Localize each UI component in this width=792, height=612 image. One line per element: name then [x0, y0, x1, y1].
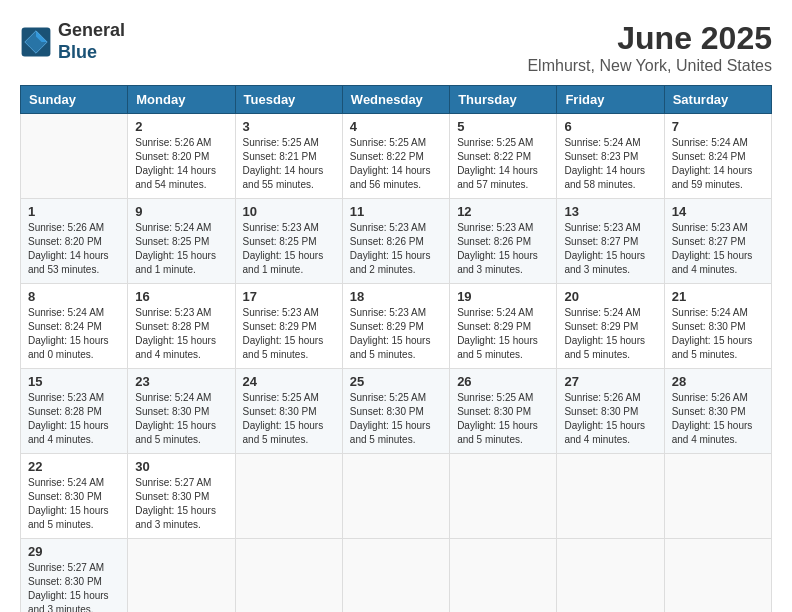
- calendar-cell: 7Sunrise: 5:24 AM Sunset: 8:24 PM Daylig…: [664, 114, 771, 199]
- calendar-cell: [128, 539, 235, 613]
- calendar-cell: 15Sunrise: 5:23 AM Sunset: 8:28 PM Dayli…: [21, 369, 128, 454]
- calendar-cell: [450, 454, 557, 539]
- calendar-cell: [557, 454, 664, 539]
- calendar-cell: [450, 539, 557, 613]
- calendar-cell: 9Sunrise: 5:24 AM Sunset: 8:25 PM Daylig…: [128, 199, 235, 284]
- calendar-cell: [664, 539, 771, 613]
- day-info: Sunrise: 5:27 AM Sunset: 8:30 PM Dayligh…: [28, 561, 120, 612]
- day-number: 11: [350, 204, 442, 219]
- day-number: 14: [672, 204, 764, 219]
- header-day-saturday: Saturday: [664, 86, 771, 114]
- day-info: Sunrise: 5:23 AM Sunset: 8:29 PM Dayligh…: [350, 306, 442, 362]
- day-info: Sunrise: 5:25 AM Sunset: 8:30 PM Dayligh…: [457, 391, 549, 447]
- logo-general: General: [58, 20, 125, 40]
- calendar-cell: 27Sunrise: 5:26 AM Sunset: 8:30 PM Dayli…: [557, 369, 664, 454]
- day-number: 7: [672, 119, 764, 134]
- week-row-1: 2Sunrise: 5:26 AM Sunset: 8:20 PM Daylig…: [21, 114, 772, 199]
- calendar-cell: 8Sunrise: 5:24 AM Sunset: 8:24 PM Daylig…: [21, 284, 128, 369]
- day-info: Sunrise: 5:24 AM Sunset: 8:30 PM Dayligh…: [672, 306, 764, 362]
- calendar-cell: 20Sunrise: 5:24 AM Sunset: 8:29 PM Dayli…: [557, 284, 664, 369]
- calendar-cell: 30Sunrise: 5:27 AM Sunset: 8:30 PM Dayli…: [128, 454, 235, 539]
- week-row-5: 22Sunrise: 5:24 AM Sunset: 8:30 PM Dayli…: [21, 454, 772, 539]
- day-number: 25: [350, 374, 442, 389]
- day-number: 2: [135, 119, 227, 134]
- calendar-cell: [21, 114, 128, 199]
- calendar-cell: 25Sunrise: 5:25 AM Sunset: 8:30 PM Dayli…: [342, 369, 449, 454]
- day-number: 6: [564, 119, 656, 134]
- day-info: Sunrise: 5:25 AM Sunset: 8:22 PM Dayligh…: [350, 136, 442, 192]
- day-info: Sunrise: 5:24 AM Sunset: 8:29 PM Dayligh…: [457, 306, 549, 362]
- day-number: 22: [28, 459, 120, 474]
- calendar-cell: 2Sunrise: 5:26 AM Sunset: 8:20 PM Daylig…: [128, 114, 235, 199]
- day-info: Sunrise: 5:25 AM Sunset: 8:21 PM Dayligh…: [243, 136, 335, 192]
- logo-blue: Blue: [58, 42, 97, 62]
- day-info: Sunrise: 5:23 AM Sunset: 8:29 PM Dayligh…: [243, 306, 335, 362]
- day-number: 18: [350, 289, 442, 304]
- day-info: Sunrise: 5:25 AM Sunset: 8:30 PM Dayligh…: [243, 391, 335, 447]
- week-row-6: 29Sunrise: 5:27 AM Sunset: 8:30 PM Dayli…: [21, 539, 772, 613]
- header-day-thursday: Thursday: [450, 86, 557, 114]
- calendar-cell: 19Sunrise: 5:24 AM Sunset: 8:29 PM Dayli…: [450, 284, 557, 369]
- calendar-cell: 6Sunrise: 5:24 AM Sunset: 8:23 PM Daylig…: [557, 114, 664, 199]
- calendar-cell: 23Sunrise: 5:24 AM Sunset: 8:30 PM Dayli…: [128, 369, 235, 454]
- day-info: Sunrise: 5:26 AM Sunset: 8:30 PM Dayligh…: [672, 391, 764, 447]
- calendar-cell: 14Sunrise: 5:23 AM Sunset: 8:27 PM Dayli…: [664, 199, 771, 284]
- day-number: 1: [28, 204, 120, 219]
- calendar-cell: [557, 539, 664, 613]
- week-row-3: 8Sunrise: 5:24 AM Sunset: 8:24 PM Daylig…: [21, 284, 772, 369]
- calendar-cell: 1Sunrise: 5:26 AM Sunset: 8:20 PM Daylig…: [21, 199, 128, 284]
- day-number: 13: [564, 204, 656, 219]
- day-info: Sunrise: 5:25 AM Sunset: 8:22 PM Dayligh…: [457, 136, 549, 192]
- day-info: Sunrise: 5:24 AM Sunset: 8:23 PM Dayligh…: [564, 136, 656, 192]
- header-day-friday: Friday: [557, 86, 664, 114]
- calendar-cell: 18Sunrise: 5:23 AM Sunset: 8:29 PM Dayli…: [342, 284, 449, 369]
- calendar-cell: 22Sunrise: 5:24 AM Sunset: 8:30 PM Dayli…: [21, 454, 128, 539]
- day-number: 15: [28, 374, 120, 389]
- week-row-4: 15Sunrise: 5:23 AM Sunset: 8:28 PM Dayli…: [21, 369, 772, 454]
- day-info: Sunrise: 5:24 AM Sunset: 8:25 PM Dayligh…: [135, 221, 227, 277]
- calendar-cell: 17Sunrise: 5:23 AM Sunset: 8:29 PM Dayli…: [235, 284, 342, 369]
- day-info: Sunrise: 5:24 AM Sunset: 8:30 PM Dayligh…: [135, 391, 227, 447]
- day-number: 5: [457, 119, 549, 134]
- day-number: 30: [135, 459, 227, 474]
- calendar-subtitle: Elmhurst, New York, United States: [527, 57, 772, 75]
- day-info: Sunrise: 5:23 AM Sunset: 8:25 PM Dayligh…: [243, 221, 335, 277]
- day-number: 4: [350, 119, 442, 134]
- calendar-cell: 11Sunrise: 5:23 AM Sunset: 8:26 PM Dayli…: [342, 199, 449, 284]
- calendar-cell: 3Sunrise: 5:25 AM Sunset: 8:21 PM Daylig…: [235, 114, 342, 199]
- header-day-monday: Monday: [128, 86, 235, 114]
- day-info: Sunrise: 5:24 AM Sunset: 8:24 PM Dayligh…: [672, 136, 764, 192]
- day-number: 20: [564, 289, 656, 304]
- day-number: 8: [28, 289, 120, 304]
- header-day-wednesday: Wednesday: [342, 86, 449, 114]
- logo: General Blue: [20, 20, 125, 63]
- day-number: 3: [243, 119, 335, 134]
- day-number: 27: [564, 374, 656, 389]
- calendar-cell: 4Sunrise: 5:25 AM Sunset: 8:22 PM Daylig…: [342, 114, 449, 199]
- calendar-cell: 21Sunrise: 5:24 AM Sunset: 8:30 PM Dayli…: [664, 284, 771, 369]
- day-number: 26: [457, 374, 549, 389]
- week-row-2: 1Sunrise: 5:26 AM Sunset: 8:20 PM Daylig…: [21, 199, 772, 284]
- calendar-table: SundayMondayTuesdayWednesdayThursdayFrid…: [20, 85, 772, 612]
- day-number: 9: [135, 204, 227, 219]
- day-info: Sunrise: 5:24 AM Sunset: 8:24 PM Dayligh…: [28, 306, 120, 362]
- calendar-cell: 13Sunrise: 5:23 AM Sunset: 8:27 PM Dayli…: [557, 199, 664, 284]
- calendar-cell: [235, 454, 342, 539]
- logo-text: General Blue: [58, 20, 125, 63]
- calendar-cell: 10Sunrise: 5:23 AM Sunset: 8:25 PM Dayli…: [235, 199, 342, 284]
- day-number: 12: [457, 204, 549, 219]
- title-section: June 2025 Elmhurst, New York, United Sta…: [527, 20, 772, 75]
- calendar-cell: [342, 539, 449, 613]
- calendar-cell: 26Sunrise: 5:25 AM Sunset: 8:30 PM Dayli…: [450, 369, 557, 454]
- day-number: 28: [672, 374, 764, 389]
- calendar-cell: 24Sunrise: 5:25 AM Sunset: 8:30 PM Dayli…: [235, 369, 342, 454]
- calendar-cell: [342, 454, 449, 539]
- calendar-cell: 5Sunrise: 5:25 AM Sunset: 8:22 PM Daylig…: [450, 114, 557, 199]
- day-info: Sunrise: 5:24 AM Sunset: 8:30 PM Dayligh…: [28, 476, 120, 532]
- day-number: 21: [672, 289, 764, 304]
- day-info: Sunrise: 5:26 AM Sunset: 8:30 PM Dayligh…: [564, 391, 656, 447]
- day-info: Sunrise: 5:23 AM Sunset: 8:28 PM Dayligh…: [28, 391, 120, 447]
- day-number: 23: [135, 374, 227, 389]
- calendar-cell: 28Sunrise: 5:26 AM Sunset: 8:30 PM Dayli…: [664, 369, 771, 454]
- day-info: Sunrise: 5:24 AM Sunset: 8:29 PM Dayligh…: [564, 306, 656, 362]
